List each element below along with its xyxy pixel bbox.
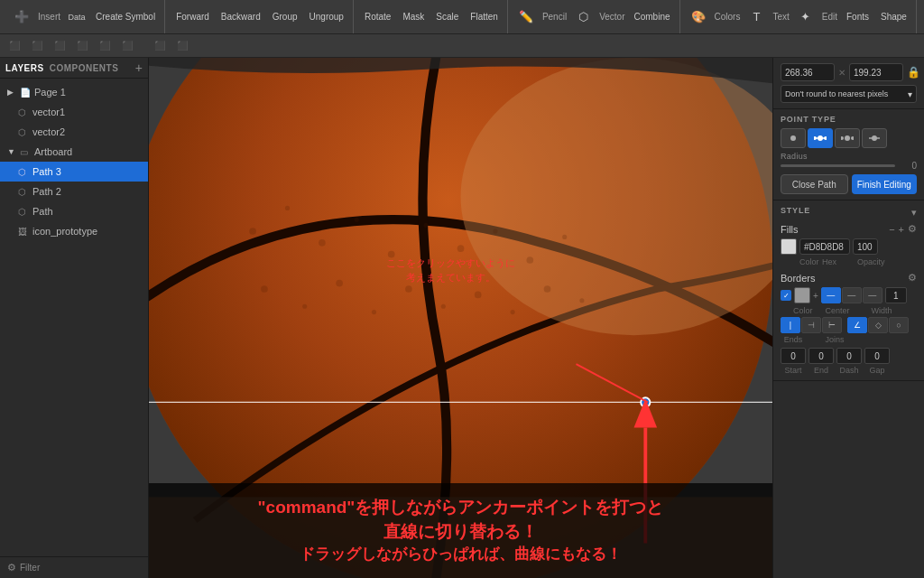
border-settings-icon[interactable]: +: [813, 291, 818, 301]
data-button[interactable]: Data: [64, 5, 89, 29]
svg-point-19: [372, 310, 376, 314]
start-input[interactable]: [781, 348, 806, 364]
forward-button[interactable]: Forward: [171, 10, 215, 23]
flatten-button[interactable]: Flatten: [465, 10, 504, 23]
fills-gear-icon[interactable]: ⚙: [908, 223, 917, 235]
canvas-area[interactable]: ここをクリックやすいように 考えまえています。 "command"を押しながらア…: [149, 58, 772, 578]
join-btn-3[interactable]: ○: [889, 317, 909, 333]
finish-editing-button[interactable]: Finish Editing: [852, 174, 918, 194]
distribute-v-button[interactable]: ⬛: [171, 39, 193, 52]
point-type-straight[interactable]: [781, 128, 806, 148]
point-type-mirrored[interactable]: [808, 128, 833, 148]
border-width-input[interactable]: [885, 287, 907, 303]
border-center-button[interactable]: —: [842, 287, 862, 303]
fill-color-swatch[interactable]: [781, 238, 797, 255]
layer-item-path[interactable]: ⬡ Path: [0, 201, 148, 221]
close-path-button[interactable]: Close Path: [781, 174, 848, 194]
colors-button[interactable]: 🎨: [686, 5, 711, 29]
scale-button[interactable]: Scale: [430, 10, 464, 23]
arrange-group: Forward Backward Group Ungroup: [167, 0, 354, 33]
svg-point-22: [475, 292, 482, 299]
align-right-button[interactable]: ⬛: [49, 39, 70, 52]
checkmark-icon: ✓: [783, 292, 790, 300]
fill-sub-labels: Color Hex Opacity: [781, 257, 917, 266]
end-label: End: [808, 366, 834, 375]
border-checkbox[interactable]: ✓: [781, 290, 791, 301]
align-middle-v-button[interactable]: ⬛: [94, 39, 116, 52]
fills-add-icon[interactable]: +: [899, 224, 904, 235]
ends-label: Ends: [781, 335, 806, 344]
mask-button[interactable]: Mask: [397, 10, 430, 23]
hex-input[interactable]: [799, 238, 850, 255]
end-btn-3[interactable]: ⊢: [822, 317, 842, 333]
ungroup-button[interactable]: Ungroup: [304, 10, 349, 23]
end-btn-1[interactable]: |: [781, 317, 800, 333]
insert-button[interactable]: ➕: [9, 5, 34, 29]
left-panel: LAYERS COMPONENTS + ▶ 📄 Page 1 ⬡ vector1…: [0, 58, 149, 578]
text-button[interactable]: T: [744, 5, 769, 29]
end-input[interactable]: [808, 348, 834, 364]
align-left-button[interactable]: ⬛: [4, 39, 25, 52]
edit-button[interactable]: ✦: [793, 5, 818, 29]
layer-item-vector1[interactable]: ⬡ vector1: [0, 102, 148, 122]
layer-item-path2[interactable]: ⬡ Path 2: [0, 182, 148, 201]
fills-minus-icon[interactable]: −: [889, 224, 894, 235]
borders-gear-icon[interactable]: ⚙: [908, 272, 917, 284]
center-label: Center: [826, 306, 850, 315]
backward-button[interactable]: Backward: [216, 10, 266, 23]
opacity-input[interactable]: [853, 238, 878, 255]
layer-item-page1[interactable]: ▶ 📄 Page 1: [0, 82, 148, 102]
round-pixels-dropdown[interactable]: Don't round to nearest pixels ▾: [781, 85, 917, 103]
height-input[interactable]: [849, 63, 903, 81]
point-type-disconnected[interactable]: [835, 128, 860, 148]
svg-point-23: [511, 310, 515, 314]
align-top-button[interactable]: ⬛: [71, 39, 93, 52]
svg-point-12: [457, 245, 465, 252]
layer-item-icon-prototype[interactable]: 🖼 icon_prototype: [0, 221, 148, 241]
border-inside-button[interactable]: —: [821, 287, 841, 303]
combine-button[interactable]: Combine: [628, 10, 675, 23]
join-btn-2[interactable]: ◇: [868, 317, 888, 333]
filter-label: Filter: [20, 563, 40, 573]
layer-item-artboard[interactable]: ▼ ▭ Artboard: [0, 142, 148, 162]
add-layer-button[interactable]: +: [135, 61, 143, 74]
vector-button[interactable]: ⬡: [570, 5, 596, 29]
group-button[interactable]: Group: [267, 10, 303, 23]
tab-components[interactable]: COMPONENTS: [50, 63, 119, 73]
colors-label: Colors: [712, 12, 744, 22]
point-type-title: POINT TYPE: [781, 115, 917, 124]
border-color-swatch[interactable]: [794, 287, 810, 303]
layer-item-vector2[interactable]: ⬡ vector2: [0, 122, 148, 142]
align-center-h-button[interactable]: ⬛: [26, 39, 48, 52]
width-label: Width: [872, 306, 892, 315]
dash-labels: Start End Dash Gap: [781, 366, 917, 375]
fills-header: Fills − + ⚙: [781, 223, 917, 235]
svg-point-14: [526, 256, 533, 264]
rotate-button[interactable]: Rotate: [359, 10, 396, 23]
border-position-buttons: — — —: [821, 287, 882, 303]
radius-slider[interactable]: [781, 164, 895, 167]
style-chevron[interactable]: ▾: [911, 207, 917, 219]
end-btn-2[interactable]: ⊣: [801, 317, 821, 333]
layer-item-path3[interactable]: ⬡ Path 3: [0, 162, 148, 182]
dash-input[interactable]: [836, 348, 862, 364]
align-bottom-button[interactable]: ⬛: [116, 39, 138, 52]
path-action-buttons: Close Path Finish Editing: [781, 174, 917, 194]
fonts-button[interactable]: Fonts: [841, 10, 874, 23]
lock-icon[interactable]: 🔒: [907, 66, 920, 79]
instruction-line2: 直線に切り替わる！: [167, 520, 754, 545]
border-outside-button[interactable]: —: [863, 287, 882, 303]
gap-input[interactable]: [864, 348, 890, 364]
join-btn-1[interactable]: ∠: [847, 317, 867, 333]
edit-label: Edit: [819, 12, 840, 22]
vector-icon-2: ⬡: [18, 127, 29, 137]
pencil-button[interactable]: ✏️: [513, 5, 539, 29]
panel-footer: ⚙ Filter: [0, 556, 148, 578]
create-symbol-button[interactable]: Create Symbol: [90, 10, 161, 23]
tab-layers[interactable]: LAYERS: [5, 63, 44, 73]
shape-button[interactable]: Shape: [875, 10, 912, 23]
distribute-h-button[interactable]: ⬛: [149, 39, 171, 52]
svg-point-40: [851, 136, 854, 140]
width-input[interactable]: [781, 63, 835, 81]
point-type-asymmetric[interactable]: [862, 128, 887, 148]
